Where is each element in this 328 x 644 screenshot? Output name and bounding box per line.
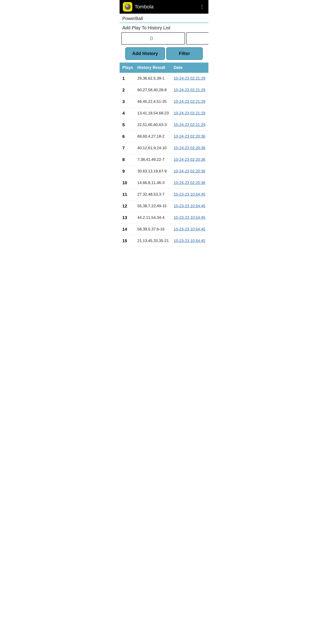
- add-history-button[interactable]: Add History: [125, 47, 165, 60]
- cell-result-7: 40,12,61,9,24-10: [135, 142, 172, 154]
- table-row: 740,12,61,9,24-1010-24-23 02:20:36: [120, 142, 208, 154]
- table-row: 522,51,65,60,63-310-24-23 02:21:29: [120, 119, 208, 131]
- cell-play-9: 9: [120, 166, 135, 177]
- table-row: 413,41,18,54,68-2310-24-23 02:21:29: [120, 108, 208, 119]
- cell-result-10: 14,66,8,11,46-3: [135, 177, 172, 189]
- app-header: 🎱 Tombola ⋮: [120, 0, 208, 14]
- cell-result-9: 30,63,13,19,67-9: [135, 166, 172, 177]
- cell-play-12: 12: [120, 200, 135, 212]
- cell-date-3[interactable]: 10-24-23 02:21:29: [172, 96, 209, 108]
- cell-play-13: 13: [120, 212, 135, 224]
- table-header-row: Plays History Result Date: [120, 62, 208, 73]
- table-row: 1344,2,11,54,34-410-23-23 10:54:45: [120, 212, 208, 224]
- table-row: 129,36,62,5,39-110-24-23 02:21:29: [120, 73, 208, 84]
- cell-result-15: 21,13,45,33,35-21: [135, 235, 172, 247]
- cell-date-10[interactable]: 10-24-23 02:20:36: [172, 177, 209, 189]
- header-plays: Plays: [120, 62, 135, 73]
- filter-button[interactable]: Filter: [166, 47, 203, 60]
- menu-icon[interactable]: ⋮: [199, 4, 205, 10]
- cell-play-11: 11: [120, 189, 135, 200]
- table-row: 1255,38,7,22,49-1510-23-23 10:54:45: [120, 200, 208, 212]
- table-row: 1458,39,5,37,8-1610-23-23 10:54:45: [120, 224, 208, 235]
- cell-play-6: 6: [120, 131, 135, 142]
- number-input-2[interactable]: [186, 32, 208, 44]
- cell-result-6: 68,60,4,27,18-2: [135, 131, 172, 142]
- cell-play-4: 4: [120, 108, 135, 119]
- cell-date-2[interactable]: 10-24-23 02:21:29: [172, 84, 209, 96]
- cell-result-4: 13,41,18,54,68-23: [135, 108, 172, 119]
- add-play-label: Add Play To History List: [121, 25, 207, 30]
- app-title: Tombola: [135, 4, 153, 10]
- cell-result-13: 44,2,11,54,34-4: [135, 212, 172, 224]
- table-row: 346,45,22,4,51-2510-24-23 02:21:29: [120, 96, 208, 108]
- cell-play-14: 14: [120, 224, 135, 235]
- number-input-1[interactable]: [121, 32, 185, 44]
- cell-date-15[interactable]: 10-23-23 10:54:45: [172, 235, 209, 247]
- cell-date-7[interactable]: 10-24-23 02:20:36: [172, 142, 209, 154]
- cell-result-5: 22,51,65,60,63-3: [135, 119, 172, 131]
- cell-play-2: 2: [120, 84, 135, 96]
- table-row: 1014,66,8,11,46-310-24-23 02:20:36: [120, 177, 208, 189]
- cell-date-12[interactable]: 10-23-23 10:54:45: [172, 200, 209, 212]
- cell-result-3: 46,45,22,4,51-25: [135, 96, 172, 108]
- cell-date-9[interactable]: 10-24-23 02:20:36: [172, 166, 209, 177]
- cell-date-4[interactable]: 10-24-23 02:21:29: [172, 108, 209, 119]
- table-row: 260,27,58,40,28-810-24-23 02:21:29: [120, 84, 208, 96]
- number-inputs-row: [121, 32, 207, 44]
- cell-date-11[interactable]: 10-23-23 10:54:45: [172, 189, 209, 200]
- add-play-section: Add Play To History List Add History Fil…: [120, 23, 208, 62]
- header-left: 🎱 Tombola: [123, 2, 153, 12]
- cell-date-13[interactable]: 10-23-23 10:54:45: [172, 212, 209, 224]
- table-row: 87,38,41,49,22-710-24-23 02:20:36: [120, 154, 208, 166]
- cell-play-1: 1: [120, 73, 135, 84]
- cell-play-8: 8: [120, 154, 135, 166]
- cell-date-6[interactable]: 10-24-23 02:20:36: [172, 131, 209, 142]
- app-icon: 🎱: [123, 2, 132, 12]
- cell-result-1: 29,36,62,5,39-1: [135, 73, 172, 84]
- cell-result-2: 60,27,58,40,28-8: [135, 84, 172, 96]
- cell-date-14[interactable]: 10-23-23 10:54:45: [172, 224, 209, 235]
- header-result: History Result: [135, 62, 172, 73]
- cell-result-14: 58,39,5,37,8-16: [135, 224, 172, 235]
- cell-result-12: 55,38,7,22,49-15: [135, 200, 172, 212]
- history-table: Plays History Result Date 129,36,62,5,39…: [120, 62, 208, 247]
- cell-date-8[interactable]: 10-24-23 02:20:36: [172, 154, 209, 166]
- cell-result-8: 7,38,41,49,22-7: [135, 154, 172, 166]
- cell-play-10: 10: [120, 177, 135, 189]
- table-row: 668,60,4,27,18-210-24-23 02:20:36: [120, 131, 208, 142]
- cell-date-1[interactable]: 10-24-23 02:21:29: [172, 73, 209, 84]
- table-row: 1521,13,45,33,35-2110-23-23 10:54:45: [120, 235, 208, 247]
- cell-play-15: 15: [120, 235, 135, 247]
- cell-play-5: 5: [120, 119, 135, 131]
- header-date: Date: [172, 62, 209, 73]
- table-row: 1127,32,48,53,3-710-23-23 10:54:45: [120, 189, 208, 200]
- cell-play-3: 3: [120, 96, 135, 108]
- subtitle-text: PowerBall: [122, 16, 143, 21]
- cell-result-11: 27,32,48,53,3-7: [135, 189, 172, 200]
- cell-date-5[interactable]: 10-24-23 02:21:29: [172, 119, 209, 131]
- table-row: 930,63,13,19,67-910-24-23 02:20:36: [120, 166, 208, 177]
- action-buttons-row: Add History Filter: [121, 47, 207, 60]
- cell-play-7: 7: [120, 142, 135, 154]
- subtitle-bar: PowerBall: [120, 14, 208, 23]
